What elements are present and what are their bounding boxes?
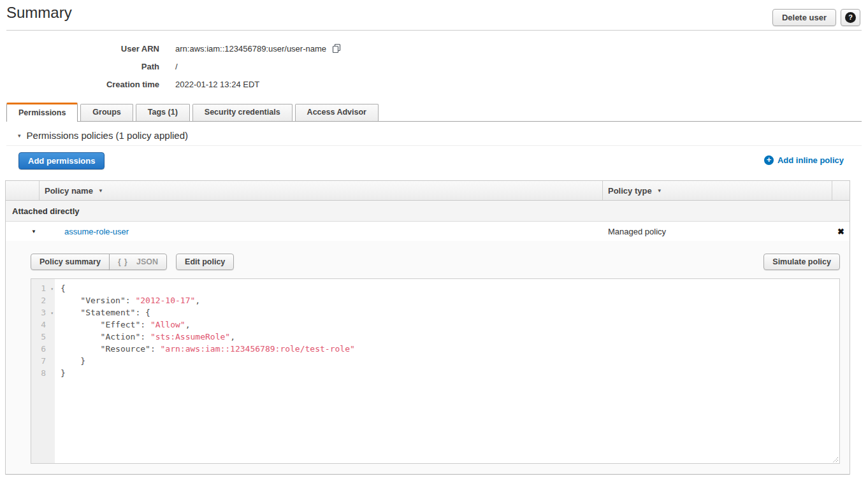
row-expand-toggle[interactable]: ▼: [6, 229, 40, 234]
page-title: Summary: [6, 4, 72, 22]
header-divider: [6, 30, 862, 31]
user-arn-label: User ARN: [0, 44, 159, 54]
add-permissions-button[interactable]: Add permissions: [18, 152, 105, 169]
delete-user-button[interactable]: Delete user: [772, 9, 836, 26]
help-icon: ?: [845, 12, 856, 23]
user-arn-row: User ARN arn:aws:iam::123456789:user/use…: [0, 39, 342, 57]
policy-json-editor[interactable]: 1▾23▾45678 { "Version": "2012-10-17", "S…: [31, 278, 840, 464]
json-brace-icon: { }: [118, 257, 128, 266]
gutter-line-number: 4: [31, 319, 55, 331]
gutter-line-number: 5: [31, 331, 55, 343]
tab-bar: Permissions Groups Tags (1) Security cre…: [6, 102, 862, 122]
editor-code: { "Version": "2012-10-17", "Statement": …: [55, 279, 839, 463]
code-line: }: [61, 367, 839, 379]
code-line: }: [61, 355, 839, 367]
expand-column-header: [6, 181, 40, 200]
policy-type-cell: Managed policy: [603, 227, 832, 236]
code-line: "Action": "sts:AssumeRole",: [61, 331, 839, 343]
policy-name-cell: assume-role-user: [40, 227, 603, 236]
gutter-line-number: 2: [31, 294, 55, 306]
edit-policy-button[interactable]: Edit policy: [176, 254, 234, 270]
policy-name-header-label: Policy name: [45, 186, 93, 196]
policy-table-row: ▼ assume-role-user Managed policy ✖: [6, 222, 850, 241]
iam-user-summary-page: Summary Delete user ? User ARN arn:aws:i…: [0, 0, 868, 488]
json-button-label: JSON: [136, 257, 158, 266]
plus-circle-icon: +: [764, 155, 774, 165]
row-expand-caret-icon: ▼: [31, 229, 36, 234]
policy-table-header: Policy name ▼ Policy type ▼: [6, 180, 850, 201]
user-info: User ARN arn:aws:iam::123456789:user/use…: [0, 39, 342, 93]
header-actions: Delete user ?: [772, 9, 860, 26]
help-button[interactable]: ?: [841, 9, 860, 26]
policy-type-column-header[interactable]: Policy type ▼: [603, 181, 832, 200]
collapse-caret-icon: ▾: [18, 133, 21, 139]
code-line: "Version": "2012-10-17",: [61, 294, 839, 306]
creation-time-label: Creation time: [0, 80, 159, 89]
json-view-button[interactable]: { } JSON: [109, 254, 167, 270]
editor-resize-handle[interactable]: [830, 454, 839, 463]
policy-name-link[interactable]: assume-role-user: [64, 227, 129, 236]
permissions-policies-toggle[interactable]: ▾ Permissions policies (1 policy applied…: [18, 130, 188, 141]
code-fold-icon[interactable]: ▾: [50, 283, 54, 295]
policy-detail-toolbar: Policy summary { } JSON Edit policy Simu…: [31, 254, 840, 270]
sort-caret-icon: ▼: [657, 188, 662, 194]
permissions-policies-heading: Permissions policies (1 policy applied): [27, 130, 188, 141]
policy-table: Policy name ▼ Policy type ▼ Attached dir…: [5, 180, 850, 475]
section-divider: [6, 145, 862, 146]
policy-type-header-label: Policy type: [608, 186, 652, 196]
remove-policy-icon[interactable]: ✖: [832, 227, 850, 236]
simulate-policy-button[interactable]: Simulate policy: [763, 254, 840, 270]
tab-access-advisor[interactable]: Access Advisor: [295, 104, 379, 121]
add-inline-policy-label: Add inline policy: [778, 155, 844, 165]
path-label: Path: [0, 62, 159, 71]
policy-summary-button[interactable]: Policy summary: [31, 254, 110, 270]
path-row: Path /: [0, 57, 342, 75]
sort-caret-icon: ▼: [98, 188, 103, 194]
creation-time-value: 2022-01-12 13:24 EDT: [175, 80, 259, 89]
policy-view-buttons: Policy summary { } JSON Edit policy: [31, 254, 234, 270]
code-line: "Statement": {: [61, 306, 839, 319]
creation-time-row: Creation time 2022-01-12 13:24 EDT: [0, 75, 342, 93]
policy-detail-panel: Policy summary { } JSON Edit policy Simu…: [6, 241, 850, 475]
code-line: {: [61, 282, 839, 294]
tab-permissions[interactable]: Permissions: [6, 103, 78, 122]
editor-gutter: 1▾23▾45678: [31, 279, 55, 463]
copy-icon[interactable]: [332, 43, 342, 55]
user-arn-value: arn:aws:iam::123456789:user/user-name: [175, 44, 326, 54]
attached-directly-group-row: Attached directly: [6, 201, 850, 222]
actions-column-header: [832, 181, 850, 200]
code-line: "Effect": "Allow",: [61, 319, 839, 331]
user-arn-value-wrap: arn:aws:iam::123456789:user/user-name: [175, 42, 342, 55]
gutter-line-number: 8: [31, 367, 55, 379]
add-inline-policy-link[interactable]: + Add inline policy: [764, 155, 844, 165]
code-fold-icon[interactable]: ▾: [50, 307, 54, 319]
code-line: "Resource": "arn:aws:iam::123456789:role…: [61, 343, 839, 355]
gutter-line-number: 1▾: [31, 282, 55, 294]
gutter-line-number: 3▾: [31, 306, 55, 319]
tab-tags[interactable]: Tags (1): [136, 104, 190, 121]
gutter-line-number: 7: [31, 355, 55, 367]
tab-groups[interactable]: Groups: [80, 104, 133, 121]
gutter-line-number: 6: [31, 343, 55, 355]
tab-security-credentials[interactable]: Security credentials: [192, 104, 293, 121]
path-value: /: [175, 62, 178, 71]
policy-name-column-header[interactable]: Policy name ▼: [40, 181, 603, 200]
